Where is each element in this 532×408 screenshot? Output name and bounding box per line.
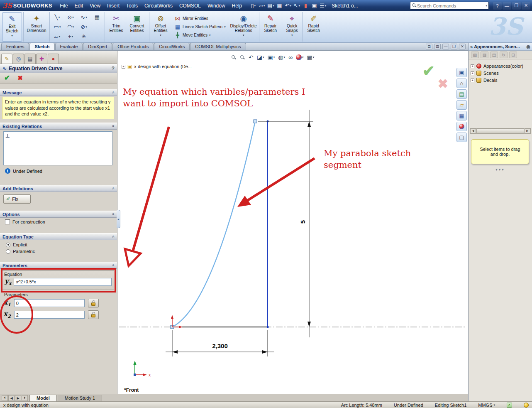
message-section-header[interactable]: Message» xyxy=(0,89,117,96)
polygon-tool-icon[interactable]: ✳ xyxy=(78,32,90,41)
menu-file[interactable]: File xyxy=(56,1,71,10)
grid-icon[interactable]: ▦ xyxy=(456,111,467,120)
display-style-icon[interactable]: ◍▾ xyxy=(277,53,286,61)
pm-tab-dimxpert[interactable]: ✚ xyxy=(36,54,47,64)
quick-snaps-button[interactable]: ⌖ Quick Snaps▾ xyxy=(283,12,301,42)
task-pane-header[interactable]: « Appearances, Scen... ◉ xyxy=(469,43,532,51)
slot-tool-icon[interactable]: ▱▾ xyxy=(51,32,63,41)
tree-item-appearances[interactable]: + Appearances(color) xyxy=(471,64,530,69)
explicit-radio[interactable] xyxy=(6,243,10,247)
hide-show-items-icon[interactable]: ∞ xyxy=(288,53,293,61)
open-document-icon[interactable]: ▱▾ xyxy=(258,2,266,10)
toolbox-icon[interactable]: ▣ xyxy=(310,2,318,10)
close-icon[interactable]: ✕ xyxy=(522,2,530,10)
tab-dimxpert[interactable]: DimXpert xyxy=(83,43,112,50)
dim2300-text[interactable]: 2,300 xyxy=(212,342,228,349)
custom-properties-icon[interactable]: ▢ xyxy=(456,133,467,142)
next-tab-icon[interactable]: ▶ xyxy=(15,395,21,401)
macro-icon[interactable]: ▮ xyxy=(302,2,309,10)
tab-motion-study[interactable]: Motion Study 1 xyxy=(58,395,102,401)
convert-entities-button[interactable]: ▣ Convert Entities xyxy=(126,12,148,42)
first-tab-icon[interactable]: ⏴ xyxy=(2,395,8,401)
tree-item-scenes[interactable]: + Scenes xyxy=(471,71,530,76)
save-icon[interactable]: ▤▾ xyxy=(267,2,274,10)
tp-tool-1-icon[interactable]: ▧ xyxy=(471,52,479,58)
minimize-icon[interactable]: — xyxy=(503,2,511,10)
tab-features[interactable]: Features xyxy=(1,43,29,50)
panel-splitter-handle[interactable]: ◂ xyxy=(117,210,120,228)
menu-tools[interactable]: Tools xyxy=(123,1,141,10)
add-relations-section-header[interactable]: Add Relations» xyxy=(0,185,117,192)
pm-tab-configurations[interactable]: ▤ xyxy=(24,54,36,64)
apply-scene-icon[interactable]: ▩▾ xyxy=(306,53,315,61)
menu-edit[interactable]: Edit xyxy=(71,1,87,10)
prev-tab-icon[interactable]: ◀ xyxy=(8,395,15,401)
rapid-sketch-button[interactable]: ✐ Rapid Sketch xyxy=(304,12,324,42)
restore-icon[interactable]: ❐ xyxy=(512,2,521,10)
line-endpoint-bottom[interactable] xyxy=(267,326,269,328)
chart-icon[interactable]: ▤ xyxy=(456,89,467,99)
x2-lock-button[interactable] xyxy=(88,310,99,319)
tab-evaluate[interactable]: Evaluate xyxy=(55,43,83,50)
quick-tips-icon[interactable] xyxy=(524,403,529,408)
for-construction-checkbox[interactable] xyxy=(5,219,10,224)
doc-restore-left-icon[interactable]: ⊡ xyxy=(426,44,432,49)
feature-tree-label[interactable]: x design with equation (De... xyxy=(134,64,192,69)
pm-tab-property[interactable]: ✎ xyxy=(1,54,12,64)
scroll-right-icon[interactable]: ▶ xyxy=(525,128,530,133)
tab-circuitworks[interactable]: CircuitWorks xyxy=(154,43,190,50)
tp-tool-5-icon[interactable]: ⊡ xyxy=(509,52,517,58)
equation-type-section-header[interactable]: Equation Type» xyxy=(0,233,117,240)
zoom-fit-icon[interactable] xyxy=(230,53,237,61)
help-icon[interactable]: ? xyxy=(112,66,115,71)
pm-tab-appearances[interactable]: ● xyxy=(48,54,59,64)
menu-comsol[interactable]: COMSOL xyxy=(176,1,204,10)
folder-icon[interactable]: ▱ xyxy=(456,100,467,110)
options-icon[interactable]: ☰▾ xyxy=(319,2,327,10)
curve-endpoint-handle-top[interactable] xyxy=(254,120,257,123)
help-icon[interactable]: ? xyxy=(493,2,502,10)
x1-input[interactable] xyxy=(14,299,85,307)
previous-view-icon[interactable]: ↶ xyxy=(248,53,254,61)
undo-icon[interactable]: ↶▾ xyxy=(284,2,292,10)
line-tool-icon[interactable]: ╲▾ xyxy=(51,13,63,22)
scroll-left-icon[interactable]: ◀ xyxy=(470,128,476,133)
ellipse-tool-icon[interactable]: ⊘▾ xyxy=(78,22,90,31)
pushpin-icon[interactable]: ◉ xyxy=(526,44,530,49)
arc-tool-icon[interactable]: ◠▾ xyxy=(64,22,77,31)
x2-input[interactable] xyxy=(14,311,85,319)
tp-tool-4-icon[interactable]: ↻ xyxy=(500,52,508,58)
parameters-section-header[interactable]: Parameters» xyxy=(0,262,117,269)
tree-item-decals[interactable]: + Decals xyxy=(471,78,530,83)
confirm-cancel-button[interactable]: ✖ xyxy=(438,76,448,91)
tab-comsol-multiphysics[interactable]: COMSOL Multiphysics xyxy=(190,43,246,50)
tab-model[interactable]: Model xyxy=(29,395,57,401)
tab-office-products[interactable]: Office Products xyxy=(112,43,154,50)
doc-close-icon[interactable]: ✕ xyxy=(459,44,466,49)
print-icon[interactable]: ▦ xyxy=(276,2,283,10)
last-tab-icon[interactable]: ⏵ xyxy=(22,395,28,401)
menu-help[interactable]: Help xyxy=(229,1,246,10)
doc-maximize-icon[interactable]: ❐ xyxy=(451,44,457,49)
trim-entities-button[interactable]: ✂ Trim Entities xyxy=(106,12,126,42)
home-icon[interactable]: ⌂ xyxy=(456,79,467,88)
confirm-ok-button[interactable]: ✔ xyxy=(422,62,435,80)
expand-icon[interactable]: + xyxy=(471,79,474,82)
tp-tool-3-icon[interactable]: ▤ xyxy=(490,52,498,58)
circle-tool-icon[interactable]: ⊙▾ xyxy=(64,13,77,22)
select-cursor-icon[interactable]: ↖▾ xyxy=(293,2,300,10)
tab-sketch[interactable]: Sketch xyxy=(29,43,54,50)
x1-lock-button[interactable] xyxy=(88,299,99,307)
menu-circuitworks[interactable]: CircuitWorks xyxy=(141,1,176,10)
pm-tab-featuretree[interactable]: ◎ xyxy=(13,54,24,64)
linear-pattern-button[interactable]: ▦ Linear Sketch Pattern▾ xyxy=(174,24,226,30)
doc-restore-right-icon[interactable]: ⊡ xyxy=(434,44,441,49)
mirror-entities-button[interactable]: ⋈ Mirror Entities xyxy=(174,15,226,22)
view-orientation-icon[interactable]: ▣▾ xyxy=(266,53,276,61)
expand-icon[interactable]: + xyxy=(122,65,125,69)
search-dropdown-icon[interactable]: ▾ xyxy=(486,4,487,7)
edit-appearance-icon[interactable]: ▾ xyxy=(295,53,305,61)
graphics-viewport[interactable]: 5 2,300 x ↶ ◪▾ ▣▾ ◍▾ xyxy=(117,51,468,394)
expand-icon[interactable]: + xyxy=(471,64,474,68)
forum-icon[interactable]: ▣ xyxy=(456,68,467,77)
